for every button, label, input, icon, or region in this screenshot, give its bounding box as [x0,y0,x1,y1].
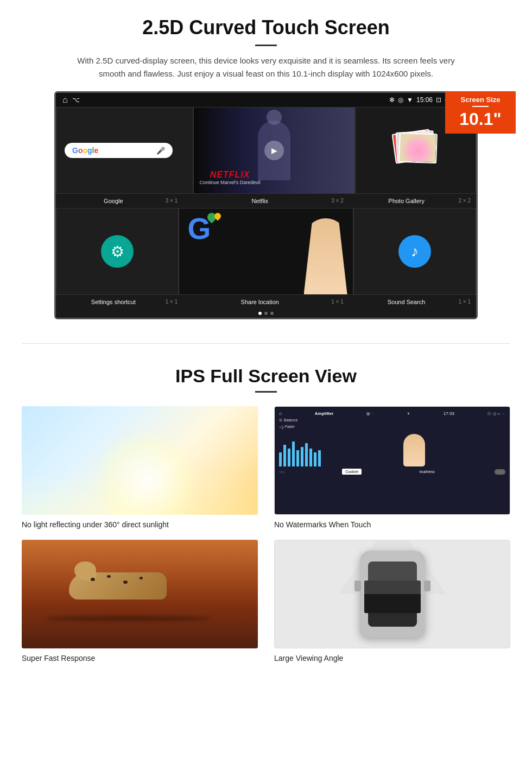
section1-title: 2.5D Curved Touch Screen [33,16,499,39]
google-search-bar[interactable]: Google 🎤 [65,143,173,158]
music-icon: ♪ [398,235,431,268]
cheetah-shadow [46,616,211,621]
curved-touch-section: 2.5D Curved Touch Screen With 2.5D curve… [0,0,532,332]
eq-footer: ◁◁ Custom loudness [279,469,505,475]
feature-no-reflect: No light reflecting under 360° direct su… [22,406,258,529]
badge-bar [472,106,489,107]
ips-section: IPS Full Screen View No light reflecting… [0,355,532,679]
loudness-label: loudness [420,470,435,474]
camera-icon: ⊡ [436,96,441,104]
custom-button[interactable]: Custom [342,469,362,475]
back-arrow: ◁◁ [279,470,284,474]
eq-title: ⌂ [279,411,282,416]
eq-icon-dots: ▦ ·· [366,412,373,416]
section1-description: With 2.5D curved-display screen, this de… [76,54,456,80]
app-grid-row2: ⚙ ⚙ G ♪ [56,208,476,295]
sky-visual [22,406,258,515]
eq-bar-8 [309,449,312,466]
fast-response-label: Super Fast Response [22,654,258,663]
netflix-sublabel: Continue Marvel's Daredevil [199,180,260,185]
music-app-cell[interactable]: ♪ [353,208,476,295]
eq-speaker-icon: ◁) Fader [279,425,505,430]
netflix-app-cell[interactable]: ▶ NETFLIX Continue Marvel's Daredevil [193,107,354,194]
car-top-view-container [360,551,425,638]
gallery-label-cell: Photo Gallery 2 × 2 [349,196,476,206]
app-labels-row1: Google 3 × 1 Netflix 3 × 2 Photo Gallery… [56,194,476,208]
eq-bar-9 [314,452,316,466]
balance-label: Balance [284,418,297,422]
status-bar: ⌂ ⌥ ✻ ◎ ▼ 15:06 ⊡ ◁) ⊠ ▭ [56,93,476,107]
netflix-label: NETFLIX Continue Marvel's Daredevil [199,170,260,185]
screen-size-badge: Screen Size 10.1" [445,91,516,134]
dot-2 [264,312,268,315]
eq-header: ⌂ Amplifier ▦ ·· ▼ 17:33 ⊡ ◁) ▭ → [279,411,505,416]
eq-time: 17:33 [444,411,454,416]
play-button[interactable]: ▶ [264,141,284,160]
section2-title: IPS Full Screen View [22,365,510,387]
cheetah-body [69,572,178,616]
home-icon: ⌂ [62,95,68,105]
badge-title: Screen Size [453,96,508,104]
status-bar-left: ⌂ ⌥ [62,95,80,105]
section2-underline [255,391,277,393]
eq-wifi-status: ▼ [407,412,410,415]
feature-fast-response: Super Fast Response [22,540,258,663]
eq-amplifier: Amplifier [315,411,334,416]
maps-app-cell[interactable]: G [179,208,353,295]
eq-bar-1 [279,452,282,466]
equalizer-visual: ⌂ Amplifier ▦ ·· ▼ 17:33 ⊡ ◁) ▭ → ⊞ Bala… [275,407,510,514]
equalizer-image: ⌂ Amplifier ▦ ·· ▼ 17:33 ⊡ ◁) ▭ → ⊞ Bala… [274,406,510,515]
pagination-dots [56,309,476,318]
car-visual [275,540,510,648]
eq-bar-5 [296,450,299,466]
eq-bar-2 [283,445,286,466]
car-mirror-left [354,581,361,591]
section-divider [22,343,510,344]
google-app-cell[interactable]: Google 🎤 [56,107,193,194]
feature-wide-angle: Large Viewing Angle [274,540,510,663]
device-screen: ⌂ ⌥ ✻ ◎ ▼ 15:06 ⊡ ◁) ⊠ ▭ [54,91,478,319]
dot-3 [270,312,274,315]
usb-icon: ⌥ [72,96,80,104]
eq-controls: ⊞ Balance [279,418,505,422]
car-image [274,540,510,648]
eq-bar-10 [318,450,321,466]
hand-image [304,218,347,294]
hand-on-screen [403,434,425,466]
volume-eq-icon: ◁) [279,425,284,430]
status-time: 15:06 [416,96,433,104]
eq-sliders-icon: ⊞ [279,418,282,422]
settings-label: Settings shortcut 1 × 1 [56,297,183,307]
car-body [360,551,425,638]
car-windshield [368,562,417,581]
netflix-label-cell: Netflix 3 × 2 [183,196,349,206]
location-icon: ◎ [398,96,403,104]
feature-no-watermark: ⌂ Amplifier ▦ ·· ▼ 17:33 ⊡ ◁) ▭ → ⊞ Bala… [274,406,510,529]
app-labels-row2: Settings shortcut 1 × 1 Share location 1… [56,295,476,309]
photo-stack [391,129,440,172]
settings-app-cell[interactable]: ⚙ ⚙ [56,208,179,295]
wifi-icon: ▼ [407,96,413,104]
cheetah-image [22,540,258,648]
netflix-logo-text: NETFLIX [199,170,260,180]
netflix-figure-head [267,110,282,125]
no-reflect-label: No light reflecting under 360° direct su… [22,520,258,529]
photo-card-3 [398,133,438,163]
fader-label: Fader [285,425,295,430]
cheetah-visual [22,540,258,648]
no-watermark-label: No Watermarks When Touch [274,520,510,529]
music-label: Sound Search 1 × 1 [349,297,476,307]
google-logo: Google [72,146,98,155]
sky-image [22,406,258,515]
loudness-toggle[interactable] [495,469,505,475]
mic-icon: 🎤 [156,147,165,155]
eq-bar-6 [301,447,303,466]
title-underline [255,45,277,46]
eq-bar-7 [305,443,308,466]
maps-label: Share location 1 × 1 [183,297,349,307]
eq-bar-3 [288,449,290,466]
eq-bars-container [279,431,505,469]
wide-angle-label: Large Viewing Angle [274,654,510,663]
dot-1 [258,312,262,315]
eq-bar-4 [292,441,295,466]
